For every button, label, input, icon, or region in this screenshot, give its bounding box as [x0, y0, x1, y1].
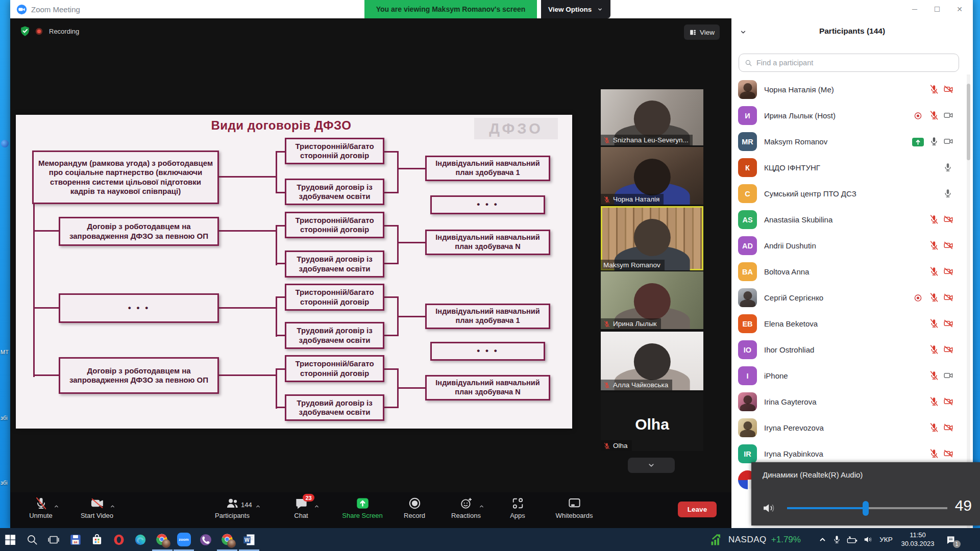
search-input[interactable] — [756, 59, 953, 67]
taskbar-viber-icon[interactable] — [198, 532, 213, 547]
connector-line — [384, 263, 397, 264]
meeting-toolbar: UnmuteStart VideoParticipants144Chat23Sh… — [10, 492, 731, 528]
tile-name-label: Olha — [601, 440, 632, 451]
participant-row[interactable]: Сергій Сергієнко — [731, 285, 973, 311]
participant-row[interactable]: Iryna Perevozova — [731, 415, 973, 441]
avatar — [738, 288, 757, 307]
video-tile-5[interactable]: Алла Чайковська — [601, 332, 703, 390]
tray-battery-icon[interactable] — [844, 528, 860, 551]
participant-row[interactable]: ККЦДО ІФНТУНГ — [731, 155, 973, 181]
people-icon — [226, 496, 239, 510]
tray-microphone-icon[interactable] — [830, 528, 843, 551]
chevron-up-icon[interactable] — [109, 503, 116, 510]
muted-mic-icon — [603, 196, 610, 203]
video-tile-6[interactable]: OlhaOlha — [601, 392, 703, 451]
taskbar-app-64-icon[interactable]: 64 — [67, 532, 83, 547]
toolbar-chat-button[interactable]: Chat23 — [268, 496, 334, 519]
taskbar-chrome-profile-icon[interactable] — [219, 532, 235, 547]
avatar — [738, 80, 757, 99]
running-app-indicator — [174, 549, 194, 551]
connector-line — [276, 368, 285, 370]
participant-row[interactable]: BABoltova Anna — [731, 259, 973, 285]
video-tile-2[interactable]: Чорна Наталія — [601, 147, 703, 205]
toolbar-whiteboards-button[interactable]: Whiteboards — [541, 496, 607, 519]
participant-row[interactable]: ASAnastasiia Skubilina — [731, 207, 973, 233]
participant-row[interactable]: MRMaksym Romanov — [731, 129, 973, 155]
connector-line — [384, 192, 397, 193]
shared-screen-slide: Види договорів ДФЗО ДФЗО Меморандум (рам… — [16, 115, 572, 429]
diagram-box-R6: Індивідуальний навчальний план здобувача… — [425, 375, 550, 400]
video-on-icon — [943, 136, 953, 146]
toolbar-participants-button[interactable]: Participants144 — [199, 496, 265, 519]
participant-row[interactable]: ADAndrii Dushutin — [731, 233, 973, 259]
connector-line — [276, 296, 277, 337]
stock-change: +1.79% — [771, 535, 801, 545]
participant-row[interactable]: IiPhone — [731, 363, 973, 389]
close-button[interactable]: ✕ — [948, 0, 971, 18]
connector-line — [276, 225, 285, 227]
slide-watermark-logo: ДФЗО — [474, 118, 558, 139]
stock-widget[interactable]: NASDAQ +1.79% — [709, 528, 801, 551]
chevron-up-icon[interactable] — [255, 503, 261, 510]
participant-row[interactable]: IOIhor Ostrohliad — [731, 337, 973, 363]
avatar: C — [738, 184, 757, 203]
taskbar-task-view-icon[interactable] — [46, 532, 62, 547]
connector-line — [276, 192, 285, 193]
connector-line — [33, 230, 60, 232]
minimize-button[interactable]: ─ — [903, 0, 926, 18]
volume-flyout: Динамики (Realtek(R) Audio) 49 — [751, 462, 980, 525]
tile-name: Maksym Romanov — [603, 261, 660, 269]
screen-sharing-icon — [912, 138, 924, 146]
desktop: { "desktop": {"fragments": ["МТ", "збі",… — [0, 0, 980, 551]
muted-mic-icon — [603, 442, 610, 449]
toolbar-label: Whiteboards — [556, 512, 593, 519]
taskbar-word-icon[interactable]: W — [241, 532, 257, 547]
maximize-button[interactable]: ☐ — [926, 0, 948, 18]
view-layout-button[interactable]: View — [684, 24, 720, 40]
video-tile-3[interactable]: Maksym Romanov — [601, 206, 703, 270]
participant-row[interactable]: ИИрина Лылык (Host) — [731, 103, 973, 129]
connector-line — [219, 307, 276, 309]
taskbar-zoom-icon[interactable]: zoom — [176, 532, 192, 547]
chevron-up-icon[interactable] — [53, 503, 60, 510]
participant-row[interactable]: Irina Gayterova — [731, 389, 973, 415]
tray-chevron-up-icon[interactable] — [816, 528, 829, 551]
tray-speaker-icon[interactable] — [861, 528, 875, 551]
participant-row[interactable]: EBElena Beketova — [731, 311, 973, 337]
taskbar-windows-start-icon[interactable] — [3, 532, 18, 547]
desktop-icon-fragment — [1, 140, 9, 147]
video-off-icon — [943, 266, 953, 277]
svg-text:64: 64 — [74, 540, 77, 543]
taskbar-clock[interactable]: 11:50 30.03.2023 — [897, 528, 938, 551]
stock-symbol: NASDAQ — [728, 535, 767, 545]
connector-line — [397, 168, 425, 169]
view-options-button[interactable]: View Options — [541, 0, 610, 18]
action-center-icon[interactable]: 1 — [941, 528, 960, 551]
panel-scrollbar-thumb[interactable] — [967, 84, 970, 160]
chevron-up-icon[interactable] — [313, 503, 320, 510]
diagram-box-L4: Договір з роботодавцем на запровадження … — [59, 357, 219, 394]
toolbar-start-video-button[interactable]: Start Video — [64, 496, 130, 519]
speaker-icon[interactable] — [762, 501, 776, 515]
taskbar-search-icon[interactable] — [24, 532, 40, 547]
taskbar-edge-icon[interactable] — [133, 532, 149, 547]
participant-row[interactable]: CСумський центр ПТО ДСЗ — [731, 181, 973, 207]
participant-search-box — [739, 54, 959, 72]
meeting-content-area: Recording View Види договорів ДФЗО ДФЗО … — [10, 18, 731, 528]
diagram-box-L3: • • • — [59, 293, 219, 323]
muted-mic-icon — [929, 292, 939, 303]
mic-muted-icon — [34, 496, 48, 510]
collapse-thumbnails-button[interactable] — [628, 458, 675, 473]
avatar — [738, 392, 757, 411]
taskbar-chrome-icon[interactable] — [154, 532, 170, 547]
volume-slider-thumb[interactable] — [863, 501, 869, 516]
connector-line — [33, 307, 60, 309]
video-tile-1[interactable]: Snizhana Leu-Severyn... — [601, 89, 703, 145]
language-indicator[interactable]: УКР — [876, 528, 896, 551]
connector-line — [397, 316, 425, 317]
video-tile-4[interactable]: Ирина Лылык — [601, 271, 703, 329]
leave-button[interactable]: Leave — [678, 502, 717, 517]
participant-row[interactable]: Чорна Наталія (Ме) — [731, 77, 973, 103]
taskbar-opera-icon[interactable] — [111, 532, 127, 547]
taskbar-ms-store-icon[interactable] — [89, 532, 105, 547]
